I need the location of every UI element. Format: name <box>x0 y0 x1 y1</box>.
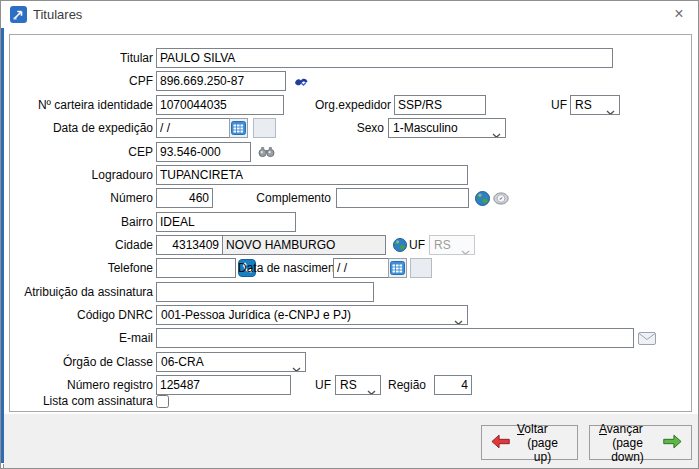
avancar-label: Avançar <box>599 422 643 436</box>
sexo-value: 1-Masculino <box>393 121 458 135</box>
data-nascimento-input[interactable] <box>333 258 389 278</box>
envelope-icon[interactable] <box>637 328 656 348</box>
telefone-label: Telefone <box>13 258 153 278</box>
data-nascimento-label: Data de nascimento <box>238 258 328 278</box>
complemento-label: Complemento <box>231 188 331 208</box>
voltar-label: Voltar <box>517 422 548 436</box>
titular-label: Titular <box>13 48 153 68</box>
uf-registro-value: RS <box>340 378 357 392</box>
logradouro-label: Logradouro <box>13 165 153 185</box>
window-title: Titulares <box>33 7 82 22</box>
data-expedicao-input[interactable] <box>156 118 230 138</box>
cidade-nome-field <box>222 235 386 255</box>
uf-rg-value: RS <box>575 98 592 112</box>
bairro-label: Bairro <box>13 212 153 232</box>
uf-cidade-select-disabled: RS <box>429 235 475 255</box>
calendar-icon[interactable] <box>229 118 248 138</box>
orgao-classe-label: Órgão de Classe <box>13 352 153 372</box>
uf-registro-label: UF <box>305 375 331 395</box>
numero-registro-input[interactable] <box>156 375 291 395</box>
data-expedicao-label: Data de expedição <box>13 118 153 138</box>
arrow-right-icon <box>663 434 682 452</box>
sexo-select[interactable]: 1-Masculino <box>388 118 506 138</box>
chevron-down-icon <box>461 243 470 255</box>
chevron-down-icon <box>292 360 301 372</box>
org-expedidor-label: Org.expedidor <box>291 95 391 115</box>
binoculars-search-icon[interactable] <box>257 142 276 162</box>
app-icon <box>10 6 27 27</box>
globe-icon[interactable] <box>473 188 492 208</box>
atribuicao-label: Atribuição da assinatura <box>13 282 153 302</box>
codigo-dnrc-select[interactable]: 001-Pessoa Jurídica (e-CNPJ e PJ) <box>156 305 468 325</box>
logradouro-input[interactable] <box>156 165 468 185</box>
cpf-input[interactable] <box>156 71 286 91</box>
close-icon[interactable]: × <box>668 4 690 24</box>
chevron-down-icon <box>454 313 463 325</box>
cidade-label: Cidade <box>13 235 153 255</box>
cpf-label: CPF <box>13 71 153 91</box>
uf-cidade-value: RS <box>434 238 451 252</box>
email-input[interactable] <box>156 328 634 348</box>
orgao-classe-select[interactable]: 06-CRA <box>156 352 306 372</box>
codigo-dnrc-value: 001-Pessoa Jurídica (e-CNPJ e PJ) <box>161 308 351 322</box>
sexo-label: Sexo <box>334 118 384 138</box>
complemento-input[interactable] <box>336 188 469 208</box>
lista-assinatura-checkbox[interactable] <box>156 395 169 408</box>
date-aux-box <box>410 258 432 278</box>
numero-registro-label: Número registro <box>13 375 153 395</box>
telefone-input[interactable] <box>156 258 236 278</box>
voltar-sublabel: (page up) <box>517 436 568 464</box>
arrow-left-icon <box>491 434 510 452</box>
cidade-codigo-input[interactable] <box>156 235 223 255</box>
title-bar: Titulares × <box>1 1 698 28</box>
titular-input[interactable] <box>156 48 613 68</box>
orgao-classe-value: 06-CRA <box>161 355 204 369</box>
uf-rg-label: UF <box>536 95 567 115</box>
background-window-edge <box>1 27 4 463</box>
uf-cidade-label: UF <box>399 235 425 255</box>
regiao-input[interactable] <box>434 375 472 395</box>
numero-input[interactable] <box>156 188 213 208</box>
bairro-input[interactable] <box>156 212 296 232</box>
lista-assinatura-label: Lista com assinatura <box>13 393 153 409</box>
cpf-verify-icon[interactable] <box>292 71 311 91</box>
avancar-button[interactable]: Avançar (page down) <box>589 425 692 460</box>
regiao-label: Região <box>366 375 426 395</box>
codigo-dnrc-label: Código DNRC <box>13 305 153 325</box>
org-expedidor-input[interactable] <box>394 95 486 115</box>
date-aux-box <box>253 118 276 138</box>
chevron-down-icon <box>606 103 615 115</box>
cep-input[interactable] <box>156 142 251 162</box>
voltar-button[interactable]: Voltar (page up) <box>481 425 578 460</box>
chevron-down-icon <box>492 126 501 138</box>
numero-label: Número <box>13 188 153 208</box>
titulares-dialog: Titulares × Titular CPF Nº carteira iden… <box>0 0 699 469</box>
uf-rg-select[interactable]: RS <box>570 95 620 115</box>
compass-icon[interactable] <box>491 188 510 208</box>
carteira-label: Nº carteira identidade <box>13 95 153 115</box>
atribuicao-input[interactable] <box>156 282 374 302</box>
email-label: E-mail <box>13 328 153 348</box>
cep-label: CEP <box>13 142 153 162</box>
carteira-input[interactable] <box>156 95 284 115</box>
calendar-icon[interactable] <box>388 258 407 278</box>
avancar-sublabel: (page down) <box>599 436 656 464</box>
